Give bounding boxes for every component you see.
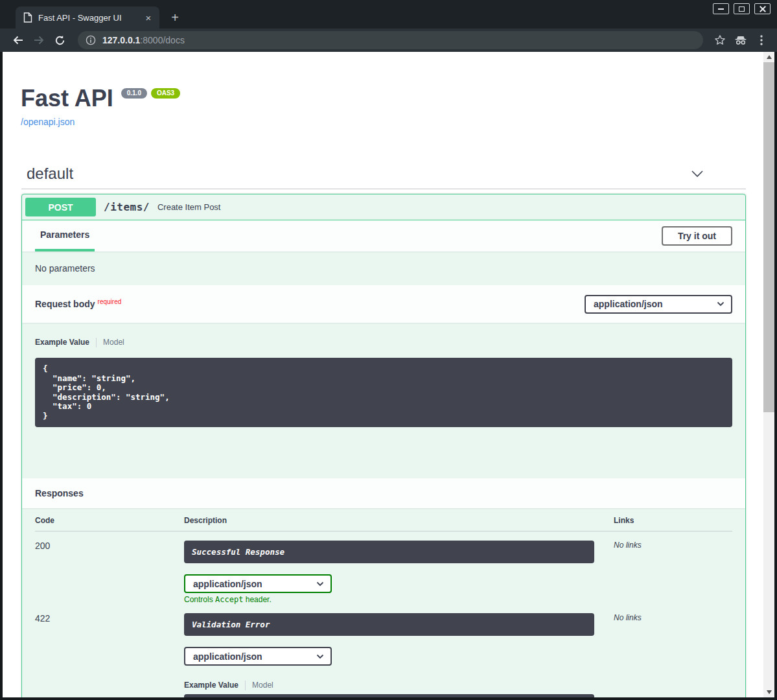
close-button[interactable] [754, 3, 771, 14]
response-media-type-select-200[interactable]: application/json [184, 574, 332, 593]
response-code: 422 [35, 613, 184, 697]
parameters-header: Parameters Try it out [22, 220, 745, 251]
browser-window: Fast API - Swagger UI × + [0, 0, 777, 700]
operation-summary[interactable]: POST /items/ Create Item Post [22, 194, 745, 220]
oas3-badge: OAS3 [151, 88, 180, 99]
chevron-down-icon[interactable] [691, 170, 704, 178]
response-code: 200 [35, 541, 184, 604]
accept-note-header-name: Accept [215, 595, 243, 604]
triangle-up-icon [767, 55, 772, 59]
responses-header: Responses [22, 478, 745, 508]
close-icon [760, 6, 766, 12]
back-arrow-icon [12, 34, 24, 46]
example-json-block: { "name": "string", "price": 0, "descrip… [35, 358, 732, 427]
operation-path: /items/ [104, 201, 150, 213]
openapi-spec-link[interactable]: /openapi.json [21, 117, 75, 127]
tab-example-value[interactable]: Example Value [35, 338, 89, 347]
column-links: Links [614, 516, 732, 525]
no-parameters-message: No parameters [22, 251, 745, 285]
incognito-icon [734, 34, 747, 46]
tag-section: default POST /items/ Create Item Post Pa… [21, 165, 746, 697]
version-badge: 0.1.0 [121, 88, 147, 99]
method-badge: POST [25, 198, 96, 216]
column-code: Code [35, 516, 184, 525]
tab-close-icon[interactable]: × [143, 12, 154, 23]
browser-toolbar: 127.0.0.1:8000/docs [0, 29, 777, 52]
column-description: Description [184, 516, 614, 525]
maximize-icon [739, 6, 745, 12]
reload-icon [54, 35, 65, 46]
page-info-icon[interactable] [86, 35, 96, 45]
response-media-type-value-422: application/json [193, 651, 262, 662]
tab-strip: Fast API - Swagger UI × + [0, 0, 777, 29]
url-bar[interactable]: 127.0.0.1:8000/docs [78, 31, 703, 49]
response-media-type-select-422[interactable]: application/json [184, 647, 332, 666]
scrollbar-thumb[interactable] [763, 62, 774, 412]
response-links: No links [614, 541, 732, 604]
scroll-down-arrow[interactable] [763, 687, 774, 697]
tag-name: default [27, 165, 73, 183]
tab-model[interactable]: Model [103, 338, 124, 347]
response-media-type-value-200: application/json [193, 579, 262, 589]
tab-separator [96, 338, 97, 347]
url-path: :8000/docs [140, 35, 185, 45]
minimize-button[interactable] [713, 3, 729, 14]
parameters-title: Parameters [40, 229, 89, 240]
chevron-down-icon [717, 301, 725, 307]
browser-tab[interactable]: Fast API - Swagger UI × [16, 6, 159, 29]
tab-title: Fast API - Swagger UI [38, 13, 137, 23]
example-json-code: { "name": "string", "price": 0, "descrip… [43, 364, 725, 421]
responses-table-header: Code Description Links [35, 508, 732, 531]
operation-description: Create Item Post [157, 202, 221, 212]
new-tab-button[interactable]: + [166, 8, 184, 27]
request-media-type-value: application/json [594, 299, 663, 309]
tag-header[interactable]: default [21, 165, 746, 189]
request-body-header: Request bodyrequired application/json [22, 285, 745, 323]
forward-button[interactable] [30, 31, 48, 49]
maximize-button[interactable] [734, 3, 750, 14]
document-icon [23, 12, 32, 23]
response-row-422: 422 Validation Error application/json [35, 604, 732, 697]
request-body-section: Example Value Model { "name": "string", … [22, 323, 745, 478]
try-it-out-button[interactable]: Try it out [662, 226, 732, 246]
accept-header-note: Controls Accept header. [184, 595, 614, 604]
responses-table: Code Description Links 200 Successful Re… [22, 508, 745, 697]
star-icon [714, 34, 726, 46]
tab-model[interactable]: Model [252, 681, 273, 690]
request-media-type-select[interactable]: application/json [585, 295, 732, 314]
response-description-text: Successful Response [192, 547, 284, 557]
tab-example-value[interactable]: Example Value [184, 681, 238, 690]
reload-button[interactable] [51, 31, 69, 49]
back-button[interactable] [9, 31, 27, 49]
window-controls [713, 3, 771, 14]
minimize-icon [718, 8, 724, 10]
chevron-down-icon [316, 581, 324, 587]
vertical-scrollbar[interactable] [763, 52, 774, 697]
swagger-page: Fast API 0.1.0 OAS3 /openapi.json defaul… [3, 52, 763, 697]
scroll-up-arrow[interactable] [763, 52, 774, 62]
api-title: Fast API [21, 87, 113, 110]
url-host: 127.0.0.1 [102, 35, 140, 45]
tab-separator [245, 681, 246, 690]
content-area: Fast API 0.1.0 OAS3 /openapi.json defaul… [0, 52, 777, 700]
incognito-button[interactable] [732, 31, 750, 49]
response-description-bar: Validation Error [184, 613, 594, 636]
url-text: 127.0.0.1:8000/docs [102, 34, 185, 46]
kebab-menu-icon [760, 35, 763, 45]
example-json-block-clipped [184, 694, 594, 697]
api-info: Fast API 0.1.0 OAS3 /openapi.json [3, 52, 763, 128]
example-model-tabs: Example Value Model [35, 336, 732, 349]
response-description-text: Validation Error [192, 620, 270, 629]
example-model-tabs-422: Example Value Model [184, 679, 614, 692]
bookmark-star-button[interactable] [711, 31, 729, 49]
triangle-down-icon [767, 690, 772, 694]
chevron-down-icon [316, 654, 324, 659]
tab-parameters[interactable]: Parameters [35, 220, 95, 251]
forward-arrow-icon [33, 34, 45, 46]
required-flag: required [98, 298, 122, 305]
accept-note-suffix: header. [246, 595, 272, 604]
browser-menu-button[interactable] [752, 31, 771, 49]
response-row-200: 200 Successful Response application/json [35, 531, 732, 604]
responses-title: Responses [35, 488, 84, 498]
accept-note-prefix: Controls [184, 595, 213, 604]
